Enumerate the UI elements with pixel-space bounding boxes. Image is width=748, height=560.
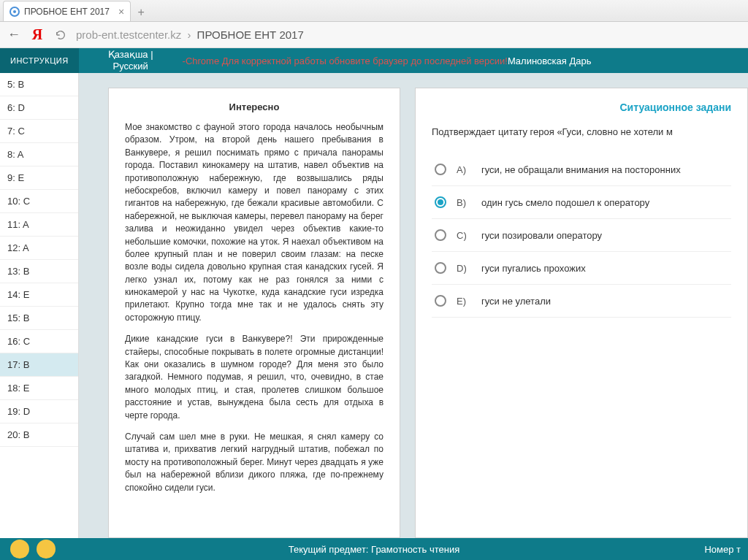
url-display[interactable]: prob-ent.testcenter.kz › ПРОБНОЕ ЕНТ 201… [76, 28, 304, 41]
passage-paragraph: Случай сам шел мне в руки. Не мешкая, я … [125, 431, 383, 494]
passage-paragraph: Дикие канадские гуси в Ванкувере?! Эти п… [125, 333, 383, 422]
instruction-button[interactable]: ИНСТРУКЦИЯ [0, 48, 79, 73]
answer-row[interactable]: 17: B [0, 353, 78, 377]
main-area: 5: B6: D7: C8: A9: E10: C11: A12: A13: B… [0, 73, 748, 538]
passage-panel: Интересно Мое знакомство с фауной этого … [108, 88, 400, 538]
address-bar: ← Я prob-ent.testcenter.kz › ПРОБНОЕ ЕНТ… [0, 22, 748, 48]
answer-row[interactable]: 19: D [0, 400, 78, 423]
question-text: Подтверждает цитату героя «Гуси, словно … [432, 126, 731, 137]
passage-title: Интересно [125, 101, 383, 112]
passage-paragraph: Мое знакомство с фауной этого города нач… [125, 121, 383, 324]
option-letter: D) [457, 263, 471, 274]
answer-option[interactable]: C)гуси позировали оператору [432, 219, 731, 252]
answer-row[interactable]: 7: C [0, 120, 78, 143]
answer-row[interactable]: 8: A [0, 143, 78, 166]
question-panel: Ситуационное задани Подтверждает цитату … [415, 88, 748, 538]
radio-icon[interactable] [435, 295, 446, 307]
lang-russian[interactable]: Русский [108, 61, 153, 72]
answer-option[interactable]: D)гуси пугались прохожих [432, 252, 731, 285]
lang-kazakh[interactable]: Қазақша | [108, 49, 153, 61]
answer-option[interactable]: B)один гусь смело подошел к оператору [432, 186, 731, 219]
answer-row[interactable]: 18: E [0, 377, 78, 400]
new-tab-button[interactable]: + [132, 4, 150, 21]
answer-row[interactable]: 9: E [0, 166, 78, 190]
progress-dot[interactable] [37, 540, 56, 559]
back-button[interactable]: ← [6, 27, 22, 43]
answer-row[interactable]: 12: A [0, 237, 78, 260]
answer-row[interactable]: 10: C [0, 190, 78, 213]
answer-row[interactable]: 15: B [0, 307, 78, 330]
yandex-icon[interactable]: Я [29, 27, 45, 43]
option-text: гуси не улетали [481, 296, 551, 307]
url-separator: › [187, 28, 191, 41]
radio-icon[interactable] [435, 196, 446, 208]
answer-row[interactable]: 14: E [0, 283, 78, 307]
question-heading: Ситуационное задани [432, 101, 731, 113]
option-text: гуси позировали оператору [481, 230, 602, 241]
app-header: ИНСТРУКЦИЯ Қазақша | Русский -Chrome Для… [0, 48, 748, 73]
option-letter: C) [457, 230, 471, 241]
answer-option[interactable]: E)гуси не улетали [432, 285, 731, 318]
status-footer: Текущий предмет: Грамотность чтения Номе… [0, 538, 748, 560]
radio-icon[interactable] [435, 262, 446, 274]
answer-row[interactable]: 5: B [0, 73, 78, 96]
option-letter: A) [457, 164, 471, 175]
option-letter: E) [457, 296, 471, 307]
answer-option[interactable]: A)гуси, не обращали внимания на посторон… [432, 153, 731, 186]
url-host: prob-ent.testcenter.kz [76, 28, 181, 41]
tab-title: ПРОБНОЕ ЕНТ 2017 [24, 7, 110, 17]
close-tab-icon[interactable]: × [118, 6, 124, 18]
option-text: гуси пугались прохожих [481, 263, 586, 274]
answer-row[interactable]: 11: A [0, 213, 78, 237]
browser-tab-strip: ПРОБНОЕ ЕНТ 2017 × + [0, 0, 748, 22]
language-switch[interactable]: Қазақша | Русский [79, 49, 183, 72]
browser-warning: -Chrome Для корректной работы обновите б… [183, 55, 508, 66]
radio-icon[interactable] [435, 164, 446, 175]
radio-icon[interactable] [435, 229, 446, 241]
option-text: гуси, не обращали внимания на посторонни… [481, 164, 681, 175]
answer-row[interactable]: 20: B [0, 423, 78, 447]
url-page-title: ПРОБНОЕ ЕНТ 2017 [197, 28, 304, 41]
option-letter: B) [457, 197, 471, 208]
option-text: один гусь смело подошел к оператору [481, 197, 649, 208]
answer-sidebar[interactable]: 5: B6: D7: C8: A9: E10: C11: A12: A13: B… [0, 73, 79, 538]
favicon-icon [9, 7, 20, 17]
answer-row[interactable]: 6: D [0, 96, 78, 120]
browser-tab[interactable]: ПРОБНОЕ ЕНТ 2017 × [3, 1, 131, 21]
answer-row[interactable]: 13: B [0, 260, 78, 283]
answer-row[interactable]: 16: C [0, 330, 78, 353]
content-area: Интересно Мое знакомство с фауной этого … [79, 73, 748, 538]
current-subject: Текущий предмет: Грамотность чтения [289, 544, 459, 555]
user-name: Малиновская Дарь [508, 55, 592, 66]
question-number-label: Номер т [704, 544, 741, 555]
progress-circles [0, 540, 56, 559]
reload-button[interactable] [53, 27, 69, 43]
progress-dot[interactable] [10, 540, 29, 559]
